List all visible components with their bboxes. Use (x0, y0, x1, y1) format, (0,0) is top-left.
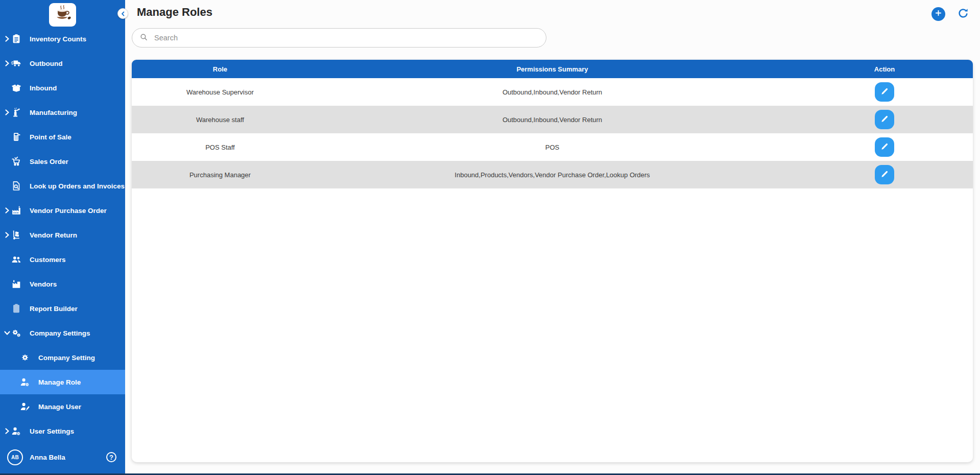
sidebar-item-vendor-return[interactable]: Vendor Return (0, 223, 125, 247)
sidebar-item-label: Manage User (38, 403, 81, 411)
role-cell: POS Staff (132, 144, 308, 151)
app-logo (49, 3, 76, 27)
sidebar-item-label: Inbound (30, 84, 57, 92)
document-search-icon (10, 180, 22, 192)
table-row: POS Staff POS (132, 133, 973, 161)
permissions-cell: Outbound,Inbound,Vendor Return (308, 88, 796, 96)
search-input[interactable] (153, 33, 539, 42)
people-icon (10, 253, 22, 266)
sidebar-item-label: Outbound (30, 60, 62, 67)
sidebar-item-company-settings[interactable]: Company Settings (0, 321, 125, 345)
role-cell: Purchasing Manager (132, 171, 308, 179)
shopping-cart-icon (10, 155, 22, 168)
hand-truck-icon (10, 229, 22, 241)
user-name: Anna Bella (30, 454, 65, 461)
main-content: Manage Roles Role Permissions Summary Ac… (125, 0, 980, 473)
sidebar-item-label: Company Settings (30, 329, 90, 337)
pencil-icon (880, 87, 889, 98)
role-cell: Warehouse Supervisor (132, 88, 308, 96)
sidebar-item-label: Manufacturing (30, 109, 77, 116)
sidebar-item-point-of-sale[interactable]: Point of Sale (0, 125, 125, 149)
coffee-logo-icon (52, 4, 74, 26)
sidebar-item-label: Vendor Purchase Order (30, 207, 107, 215)
pos-terminal-icon (10, 131, 22, 143)
column-header-permissions: Permissions Summary (308, 65, 796, 73)
sidebar-item-label: Point of Sale (30, 133, 71, 141)
chevron-right-icon (4, 109, 10, 115)
sidebar-item-lookup-orders-invoices[interactable]: Look up Orders and Invoices (0, 174, 125, 198)
sidebar-item-label: Look up Orders and Invoices (30, 182, 125, 190)
plus-icon (934, 9, 943, 19)
search-bar (132, 28, 546, 48)
sidebar-item-vendors[interactable]: Vendors (0, 272, 125, 296)
person-pencil-icon (19, 400, 31, 413)
edit-role-button[interactable] (875, 110, 894, 129)
sidebar-item-inventory-counts[interactable]: Inventory Counts (0, 27, 125, 51)
sidebar-item-manage-role[interactable]: Manage Role (0, 370, 125, 394)
roles-table-card: Role Permissions Summary Action Warehous… (132, 60, 973, 462)
factory-icon (10, 278, 22, 290)
logo-wrap (0, 0, 125, 29)
action-cell (796, 82, 973, 102)
sidebar-item-manufacturing[interactable]: Manufacturing (0, 100, 125, 125)
sidebar-collapse-button[interactable] (117, 8, 128, 19)
top-actions (931, 7, 970, 21)
chevron-right-icon (4, 36, 10, 42)
permissions-cell: Inbound,Products,Vendors,Vendor Purchase… (308, 171, 796, 179)
add-role-button[interactable] (931, 7, 945, 21)
sidebar-item-manage-user[interactable]: Manage User (0, 394, 125, 419)
edit-role-button[interactable] (875, 82, 894, 102)
sidebar-nav: Inventory Counts Outbound Inbound Manufa… (0, 27, 125, 443)
truck-icon (10, 57, 22, 69)
sidebar-item-vendor-purchase-order[interactable]: Vendor Purchase Order (0, 198, 125, 223)
pencil-icon (880, 142, 889, 153)
action-cell (796, 110, 973, 129)
sidebar-item-label: Manage Role (38, 378, 81, 386)
sidebar-item-outbound[interactable]: Outbound (0, 51, 125, 76)
sidebar-item-report-builder[interactable]: Report Builder (0, 296, 125, 321)
sidebar-item-label: User Settings (30, 428, 74, 435)
factory-order-icon (10, 204, 22, 217)
sidebar-item-user-settings[interactable]: User Settings (0, 419, 125, 443)
permissions-cell: POS (308, 144, 796, 151)
sidebar: Inventory Counts Outbound Inbound Manufa… (0, 0, 125, 473)
chevron-down-icon (4, 330, 10, 336)
chevron-right-icon (4, 428, 10, 434)
edit-role-button[interactable] (875, 137, 894, 157)
table-row: Purchasing Manager Inbound,Products,Vend… (132, 161, 973, 188)
open-box-icon (10, 82, 22, 94)
gears-icon (10, 327, 22, 339)
pencil-icon (880, 114, 889, 125)
clipboard-list-icon (10, 33, 22, 45)
action-cell (796, 165, 973, 184)
sidebar-item-label: Sales Order (30, 158, 68, 165)
help-icon[interactable]: ? (106, 452, 116, 462)
sidebar-item-label: Customers (30, 256, 66, 264)
sidebar-item-label: Report Builder (30, 305, 78, 313)
user-row: AB Anna Bella ? (0, 443, 125, 471)
sidebar-item-label: Inventory Counts (30, 35, 86, 43)
person-gear-icon (10, 425, 22, 437)
chevron-right-icon (4, 232, 10, 238)
role-cell: Warehouse staff (132, 116, 308, 124)
person-gear-icon (19, 376, 31, 388)
sidebar-item-inbound[interactable]: Inbound (0, 76, 125, 100)
clipboard-icon (10, 302, 22, 315)
column-header-role: Role (132, 65, 308, 73)
chevron-right-icon (4, 60, 10, 66)
column-header-action: Action (796, 65, 973, 73)
permissions-cell: Outbound,Inbound,Vendor Return (308, 116, 796, 124)
sidebar-item-label: Vendor Return (30, 231, 77, 239)
sidebar-item-label: Company Setting (38, 354, 95, 362)
sidebar-item-sales-order[interactable]: Sales Order (0, 149, 125, 174)
edit-role-button[interactable] (875, 165, 894, 184)
page-title: Manage Roles (125, 0, 980, 19)
sidebar-item-company-setting[interactable]: Company Setting (0, 345, 125, 370)
refresh-button[interactable] (957, 8, 970, 21)
table-row: Warehouse staff Outbound,Inbound,Vendor … (132, 106, 973, 133)
table-header-row: Role Permissions Summary Action (132, 60, 973, 78)
sidebar-item-customers[interactable]: Customers (0, 247, 125, 272)
chevron-left-icon (121, 9, 126, 18)
search-icon (139, 33, 148, 43)
action-cell (796, 137, 973, 157)
